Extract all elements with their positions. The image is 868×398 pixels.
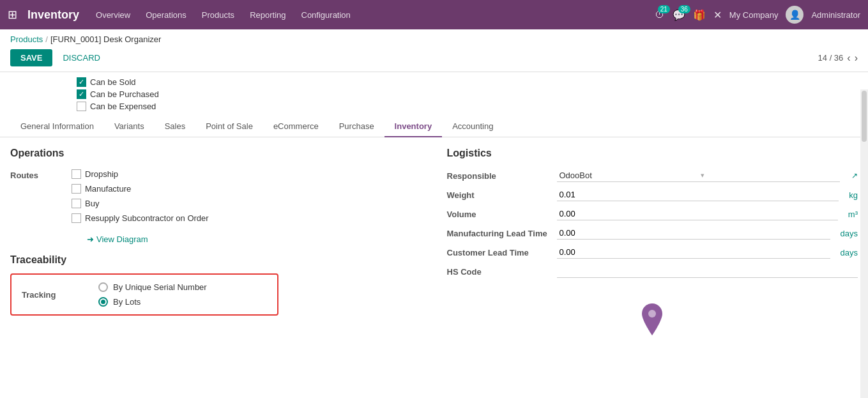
radio-serial-number[interactable] — [98, 282, 108, 292]
pagination-text: 14 / 36 — [818, 53, 844, 63]
close-icon[interactable]: ✕ — [713, 9, 722, 21]
logistics-hscode-row: HS Code — [447, 265, 858, 278]
route-buy-checkbox[interactable] — [72, 199, 81, 208]
breadcrumb-parent[interactable]: Products — [10, 34, 43, 44]
logistics-weight-label: Weight — [447, 190, 549, 200]
tracking-box: Tracking By Unique Serial Number By Lots — [10, 273, 278, 316]
company-name[interactable]: My Company — [729, 10, 779, 20]
tracking-label: Tracking — [22, 290, 73, 300]
chat-badge: 36 — [678, 5, 690, 13]
gift-icon[interactable]: 🎁 — [693, 9, 706, 21]
tabs-bar: General Information Variants Sales Point… — [0, 116, 868, 137]
logistics-hscode-label: HS Code — [447, 267, 549, 277]
view-diagram-row: ➜ View Diagram — [72, 229, 422, 244]
toolbar: SAVE DISCARD 14 / 36 ‹ › — [0, 47, 868, 72]
external-link-icon[interactable]: ↗ — [851, 171, 858, 180]
logistics-cust-lead-label: Customer Lead Time — [447, 248, 549, 257]
can-be-expensed-checkbox[interactable] — [77, 102, 86, 111]
traceability-section: Traceability Tracking By Unique Serial N… — [10, 254, 422, 316]
logistics-weight-unit: kg — [849, 190, 858, 200]
traceability-title: Traceability — [10, 254, 422, 266]
prev-record-button[interactable]: ‹ — [847, 52, 850, 64]
route-manufacture: Manufacture — [72, 184, 422, 194]
breadcrumb: Products / [FURN_0001] Desk Organizer — [0, 29, 868, 47]
tracking-option-lots[interactable]: By Lots — [98, 297, 207, 307]
chat-icon-button[interactable]: 💬 36 — [673, 9, 685, 21]
logistics-hscode-input[interactable] — [557, 265, 858, 278]
breadcrumb-separator: / — [45, 34, 48, 44]
tab-variants[interactable]: Variants — [104, 116, 155, 137]
operations-title: Operations — [10, 148, 422, 159]
logistics-title: Logistics — [447, 148, 858, 159]
timer-icon-button[interactable]: ⏱ 21 — [655, 9, 665, 20]
menu-item-overview[interactable]: Overview — [95, 8, 132, 22]
tracking-option-serial[interactable]: By Unique Serial Number — [98, 282, 207, 292]
can-be-sold-label: Can be Sold — [90, 77, 136, 87]
logistics-responsible-row: Responsible OdooBot ▾ ↗ — [447, 169, 858, 182]
tracking-options: By Unique Serial Number By Lots — [98, 282, 207, 307]
route-resupply-label: Resupply Subcontractor on Order — [85, 213, 209, 223]
can-be-expensed-label: Can be Expensed — [90, 102, 156, 111]
breadcrumb-current: [FURN_0001] Desk Organizer — [50, 34, 161, 44]
left-panel: Operations Routes Dropship Manufacture — [10, 148, 422, 380]
route-dropship: Dropship — [72, 169, 422, 179]
tab-accounting[interactable]: Accounting — [442, 116, 503, 137]
tab-general-information[interactable]: General Information — [10, 116, 104, 137]
svg-point-0 — [648, 310, 656, 318]
logistics-cust-lead-input[interactable] — [557, 246, 830, 259]
routes-value: Dropship Manufacture Buy Resupply S — [72, 169, 422, 244]
routes-label: Routes — [10, 169, 61, 180]
logistics-cust-lead-row: Customer Lead Time days — [447, 246, 858, 259]
radio-lots[interactable] — [98, 297, 108, 307]
logistics-mfg-lead-unit: days — [841, 229, 858, 238]
topnav-right-area: ⏱ 21 💬 36 🎁 ✕ My Company 👤 Administrator — [655, 6, 860, 24]
apps-menu-icon[interactable]: ⊞ — [8, 8, 17, 22]
tab-ecommerce[interactable]: eCommerce — [263, 116, 329, 137]
route-dropship-checkbox[interactable] — [72, 169, 81, 179]
can-be-sold-checkbox[interactable]: ✓ — [77, 77, 86, 87]
main-content: ✓ Can be Sold ✓ Can be Purchased Can be … — [0, 72, 868, 380]
logistics-cust-lead-unit: days — [841, 248, 858, 257]
menu-item-configuration[interactable]: Configuration — [300, 8, 352, 22]
menu-item-products[interactable]: Products — [201, 8, 236, 22]
app-brand: Inventory — [27, 8, 79, 22]
can-be-purchased-checkbox[interactable]: ✓ — [77, 89, 86, 99]
route-dropship-label: Dropship — [85, 169, 118, 179]
view-diagram-link[interactable]: ➜ View Diagram — [87, 234, 148, 244]
logistics-mfg-lead-input[interactable] — [557, 227, 830, 240]
top-menu: Overview Operations Products Reporting C… — [95, 8, 644, 22]
routes-list: Dropship Manufacture Buy Resupply S — [72, 169, 422, 223]
menu-item-reporting[interactable]: Reporting — [248, 8, 287, 22]
next-record-button[interactable]: › — [855, 52, 858, 64]
flag-can-be-purchased: ✓ Can be Purchased — [77, 89, 858, 99]
map-pin-icon — [639, 303, 665, 335]
route-buy: Buy — [72, 199, 422, 208]
logistics-mfg-lead-label: Manufacturing Lead Time — [447, 229, 549, 238]
top-navigation: ⊞ Inventory Overview Operations Products… — [0, 0, 868, 29]
discard-button[interactable]: DISCARD — [60, 49, 103, 66]
tab-point-of-sale[interactable]: Point of Sale — [195, 116, 263, 137]
flag-can-be-sold: ✓ Can be Sold — [77, 77, 858, 87]
logistics-volume-row: Volume m³ — [447, 208, 858, 220]
logistics-responsible-label: Responsible — [447, 171, 549, 181]
right-panel: Logistics Responsible OdooBot ▾ ↗ Weight… — [447, 148, 858, 380]
route-resupply-checkbox[interactable] — [72, 213, 81, 223]
logistics-weight-input[interactable] — [557, 188, 839, 201]
logistics-volume-unit: m³ — [848, 210, 858, 219]
arrow-right-icon: ➜ — [87, 234, 94, 244]
select-dropdown-icon: ▾ — [698, 170, 840, 181]
tab-sales[interactable]: Sales — [155, 116, 196, 137]
scrollbar[interactable] — [860, 89, 868, 380]
tab-purchase[interactable]: Purchase — [329, 116, 385, 137]
scrollbar-thumb[interactable] — [862, 91, 867, 142]
tab-inventory[interactable]: Inventory — [385, 116, 443, 137]
save-button[interactable]: SAVE — [10, 49, 52, 66]
view-diagram-label: View Diagram — [96, 234, 148, 244]
user-avatar[interactable]: 👤 — [786, 6, 803, 24]
route-manufacture-checkbox[interactable] — [72, 184, 81, 194]
radio-serial-label: By Unique Serial Number — [113, 282, 207, 292]
logistics-volume-input[interactable] — [557, 208, 838, 220]
timer-badge: 21 — [658, 5, 670, 13]
logistics-responsible-field[interactable]: OdooBot ▾ — [557, 169, 841, 182]
menu-item-operations[interactable]: Operations — [144, 8, 188, 22]
